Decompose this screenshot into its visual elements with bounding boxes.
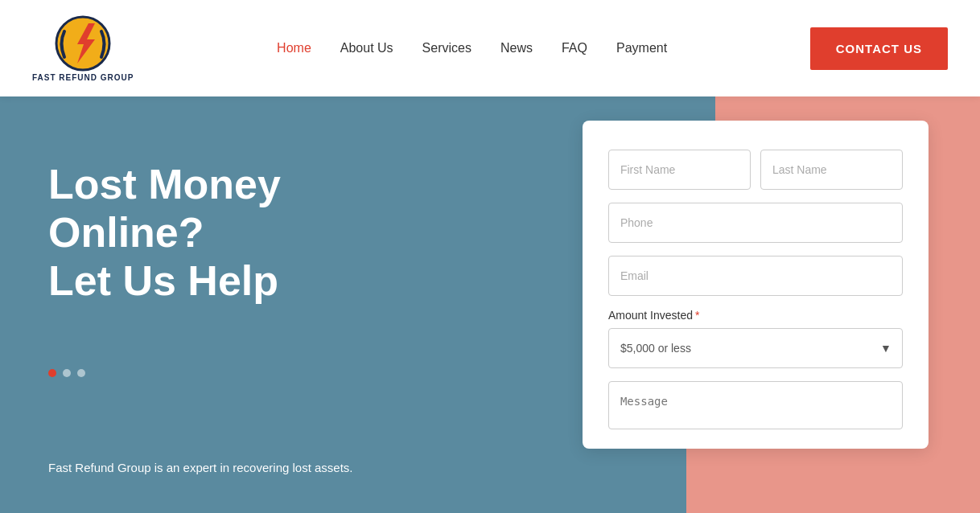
logo-icon: [55, 15, 111, 72]
amount-select[interactable]: $5,000 or less $5,001 - $10,000 $10,001 …: [608, 328, 903, 368]
nav-payment[interactable]: Payment: [616, 41, 667, 55]
dot-1[interactable]: [48, 369, 56, 377]
email-row: [608, 256, 903, 296]
email-input[interactable]: [608, 256, 903, 296]
contact-form: Amount Invested* $5,000 or less $5,001 -…: [583, 121, 929, 449]
slider-dots: [48, 369, 491, 377]
nav-about[interactable]: About Us: [340, 41, 393, 55]
phone-row: [608, 203, 903, 243]
nav-home[interactable]: Home: [277, 41, 311, 55]
name-row: [608, 150, 903, 190]
dot-2[interactable]: [63, 369, 71, 377]
hero-heading-line1: Lost Money: [48, 161, 281, 207]
phone-input[interactable]: [608, 203, 903, 243]
nav-services[interactable]: Services: [422, 41, 471, 55]
amount-select-wrapper: $5,000 or less $5,001 - $10,000 $10,001 …: [608, 328, 903, 368]
nav-news[interactable]: News: [500, 41, 533, 55]
hero-left: Lost Money Online? Let Us Help Fast Refu…: [0, 96, 539, 513]
header: FAST REFUND GROUP Home About Us Services…: [0, 0, 980, 96]
last-name-input[interactable]: [760, 150, 903, 190]
nav-faq[interactable]: FAQ: [562, 41, 587, 55]
first-name-input[interactable]: [608, 150, 751, 190]
message-textarea[interactable]: [608, 381, 903, 429]
hero-section: Lost Money Online? Let Us Help Fast Refu…: [0, 96, 980, 513]
main-nav: Home About Us Services News FAQ Payment: [277, 41, 667, 55]
hero-content: Lost Money Online? Let Us Help Fast Refu…: [0, 96, 980, 513]
amount-row: Amount Invested* $5,000 or less $5,001 -…: [608, 309, 903, 368]
dot-3[interactable]: [77, 369, 85, 377]
hero-form-wrapper: Amount Invested* $5,000 or less $5,001 -…: [539, 96, 980, 513]
hero-subtext: Fast Refund Group is an expert in recove…: [48, 461, 491, 474]
hero-heading: Lost Money Online? Let Us Help: [48, 161, 491, 305]
contact-us-button[interactable]: CONTACT US: [810, 27, 948, 70]
amount-label-text: Amount Invested: [608, 309, 693, 322]
logo-text: FAST REFUND GROUP: [32, 73, 134, 82]
required-star: *: [695, 309, 699, 322]
hero-heading-line2: Online?: [48, 209, 204, 256]
amount-label: Amount Invested*: [608, 309, 903, 322]
logo: FAST REFUND GROUP: [32, 15, 134, 82]
hero-heading-line3: Let Us Help: [48, 257, 278, 304]
